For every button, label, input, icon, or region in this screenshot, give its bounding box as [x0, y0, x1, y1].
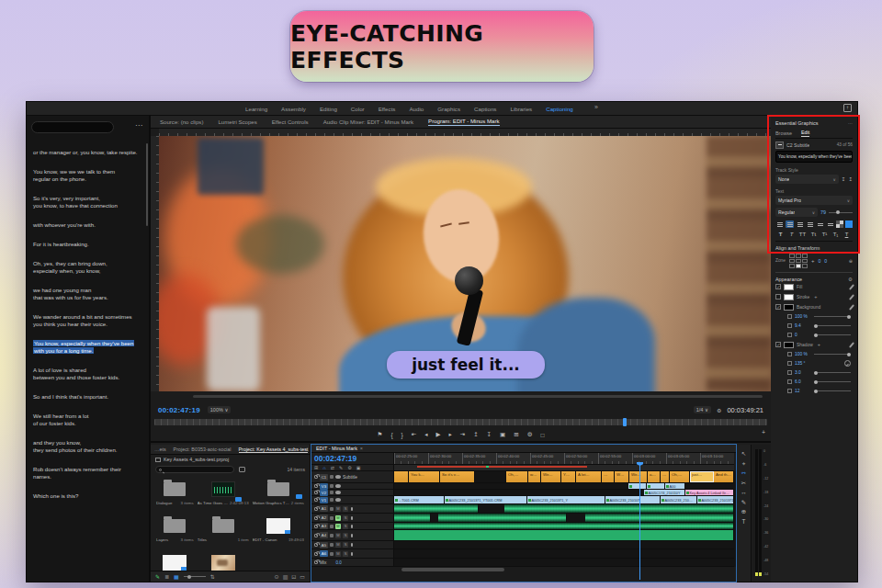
transcript-line[interactable]: we had one young man that was with us fo… [33, 287, 138, 301]
playback-resolution-select[interactable]: 1/4 ∨ [694, 406, 711, 413]
mic-icon[interactable] [351, 534, 353, 537]
transcript-line[interactable]: Rob doesn't always remember their names. [33, 466, 138, 481]
monitor-tab[interactable]: Audio Clip Mixer: EDIT - Minus Mark [323, 119, 413, 125]
timeline-playhead[interactable] [639, 462, 640, 580]
pen-icon[interactable]: ✎ [155, 573, 160, 580]
audio-clip[interactable] [431, 514, 438, 522]
wrench-icon[interactable]: ⚙ [848, 277, 853, 282]
position-y[interactable]: 0 [824, 258, 827, 264]
transcript-line[interactable]: You know, we we we talk to them regular … [33, 168, 138, 183]
property-value[interactable]: 100 % [795, 314, 811, 319]
property-slider[interactable] [814, 354, 851, 355]
caption-clip[interactable]: a… [648, 471, 661, 482]
lock-icon[interactable] [314, 491, 318, 494]
caption-clip[interactable]: We… [541, 471, 561, 482]
lock-icon[interactable] [314, 484, 318, 488]
text-style-toggle[interactable]: T₁ [831, 232, 841, 237]
property-value[interactable]: 135 ° [795, 361, 811, 366]
track-visibility-icon[interactable] [335, 491, 341, 494]
lock-icon[interactable] [314, 552, 318, 556]
property-value[interactable]: 9.4 [795, 323, 811, 328]
transcript-line[interactable]: You know, especially when they've been w… [33, 340, 138, 355]
video-clip[interactable] [394, 490, 644, 495]
sync-lock-icon[interactable] [330, 484, 334, 488]
workspace-tab[interactable]: Learning [245, 106, 267, 112]
project-item[interactable]: Titles 1 item [198, 514, 249, 548]
close-icon[interactable]: × [360, 446, 363, 451]
transcript-line[interactable]: with whoever you're with. [33, 221, 138, 229]
tracking-icon[interactable] [816, 220, 824, 228]
video-clip[interactable]: A005C233_210107 [605, 496, 661, 503]
align-right-icon[interactable] [796, 220, 804, 228]
video-clip[interactable]: A005C233_2101371_YT001.CRM [445, 496, 527, 503]
solo-button[interactable]: S [343, 551, 348, 557]
sync-lock-icon[interactable] [330, 475, 334, 479]
graphics-tab[interactable]: Browse [775, 130, 792, 136]
transport-button[interactable]: ⚙ [527, 431, 533, 438]
align-left-icon[interactable] [775, 220, 784, 228]
caption-clip[interactable]: just… [690, 471, 714, 482]
transport-button[interactable]: ⇤ [412, 431, 416, 438]
transcript-line[interactable]: Which one is this? [33, 492, 138, 500]
workspace-overflow-icon[interactable]: » [594, 104, 598, 110]
track-target[interactable]: A5 [320, 542, 328, 548]
transcript-line[interactable]: and they you know, they send photos of t… [33, 439, 138, 454]
solo-button[interactable]: S [343, 524, 348, 529]
list-view-icon[interactable]: ≣ [164, 573, 169, 580]
caption-clip[interactable]: Oh,… [506, 471, 528, 482]
track-target[interactable]: A1 [320, 505, 328, 512]
panel-menu-icon[interactable]: ⋯ [135, 121, 142, 130]
workspace-tab[interactable]: Audio [409, 106, 424, 112]
transport-button[interactable]: ↥ [473, 431, 478, 438]
mute-button[interactable]: M [335, 551, 341, 557]
font-size-slider[interactable] [829, 212, 853, 213]
workspace-tab[interactable]: Effects [379, 106, 396, 112]
transport-button[interactable]: { [390, 432, 392, 438]
icon-view-icon[interactable]: ▦ [174, 573, 179, 580]
scrollbar-thumb[interactable] [401, 568, 504, 571]
new-item-icon[interactable]: ⊡ [291, 573, 296, 580]
lock-icon[interactable] [314, 498, 318, 502]
subtitle-overlay[interactable]: just feel it... [387, 351, 545, 379]
caption-clip[interactable]: … [661, 471, 670, 482]
work-area-bar[interactable] [394, 465, 734, 471]
workspace-tab[interactable]: Assembly [281, 106, 306, 112]
timeline-tool-icon[interactable]: ✎ [339, 465, 343, 470]
property-slider[interactable] [814, 325, 851, 326]
eyedropper-icon[interactable] [849, 294, 854, 300]
background-checkbox[interactable]: ✓ [775, 304, 781, 310]
push-style-icon[interactable]: ↥ [848, 176, 853, 182]
solo-button[interactable]: S [343, 506, 348, 512]
track-target[interactable]: A6 [320, 550, 328, 557]
eyedropper-icon[interactable] [849, 304, 854, 311]
track-visibility-icon[interactable] [335, 484, 341, 488]
eyedropper-icon[interactable] [849, 342, 854, 348]
video-clip[interactable] [628, 483, 647, 489]
sync-lock-icon[interactable] [330, 507, 334, 511]
transport-button[interactable]: } [401, 432, 403, 438]
transcript-line[interactable]: So and I think that's important. [33, 393, 138, 401]
font-style-select[interactable]: Regular∨ [775, 208, 818, 217]
caption-clip[interactable]: Y… [561, 471, 576, 482]
video-clip[interactable]: A005C233_2101371_Y [697, 496, 734, 503]
caption-clip[interactable]: So it's v… [440, 471, 475, 482]
video-clip[interactable]: Key Assets 4 Linked Gr… [685, 490, 734, 495]
audio-clip[interactable] [479, 504, 504, 513]
tool-icon[interactable]: T [742, 518, 746, 525]
audio-clip[interactable] [567, 514, 585, 522]
monitor-scrubber[interactable] [154, 419, 767, 425]
stroke-checkbox[interactable] [775, 294, 781, 300]
transport-button[interactable]: □ [541, 432, 545, 438]
lock-icon[interactable] [314, 543, 318, 547]
eyedropper-icon[interactable] [849, 284, 854, 290]
transport-button[interactable]: ▸ [448, 431, 451, 438]
save-style-icon[interactable]: ↧ [842, 176, 846, 182]
property-value[interactable]: 6.0 [795, 379, 811, 384]
project-item[interactable]: As Time Goes … 2:42:09:13 [198, 477, 249, 512]
background-swatch[interactable] [784, 304, 794, 311]
video-clip[interactable]: A005C233_210… [661, 496, 697, 503]
audio-clip[interactable] [394, 530, 734, 540]
timeline-tool-icon[interactable]: ⇄ [331, 465, 334, 470]
track-target[interactable]: V2 [320, 490, 328, 496]
tool-icon[interactable]: ⇿ [741, 469, 746, 476]
